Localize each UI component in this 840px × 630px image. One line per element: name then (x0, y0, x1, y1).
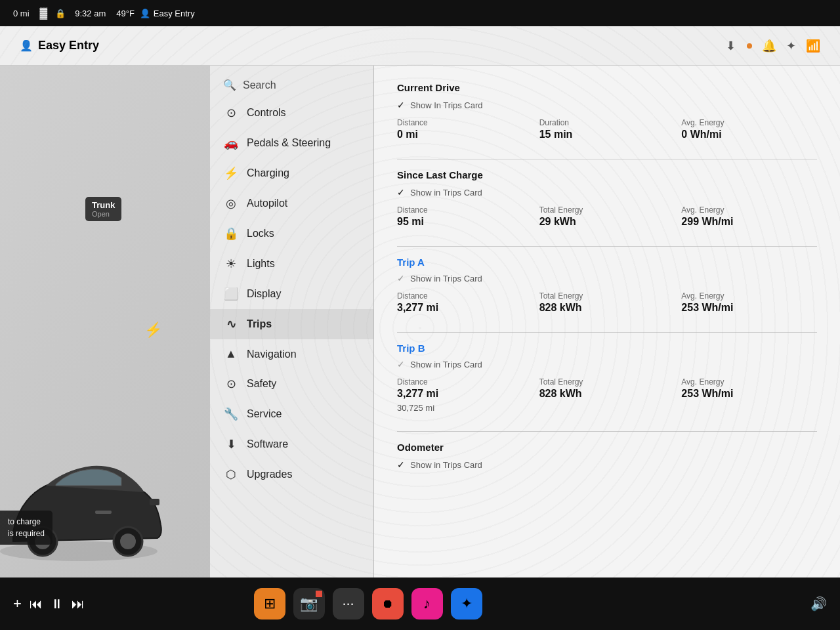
sidebar-item-service[interactable]: 🔧 Service (210, 399, 373, 429)
car-svg (0, 433, 177, 564)
trip-a-show-label: Show in Trips Card (410, 274, 482, 284)
sidebar-item-software[interactable]: ⬇ Software (210, 429, 373, 459)
car-visualization: Trunk Open ⚡ to charge is required (0, 66, 210, 630)
sidebar-item-locks[interactable]: 🔒 Locks (210, 219, 373, 249)
service-label: Service (247, 408, 282, 420)
search-label: Search (243, 79, 276, 91)
download-icon[interactable]: ⬇ (726, 39, 736, 53)
next-track-button[interactable]: ⏭ (72, 597, 85, 612)
divider-1 (397, 159, 817, 159)
trip-b-checkmark: ✓ (397, 359, 405, 369)
prev-track-button[interactable]: ⏮ (30, 597, 43, 612)
app-bluetooth[interactable]: ✦ (451, 588, 482, 620)
odometer-section: Odometer ✓ Show in Trips Card (397, 442, 817, 470)
trip-a-show-trips[interactable]: ✓ Show in Trips Card (397, 273, 817, 284)
since-last-charge-checkmark: ✓ (397, 187, 405, 198)
app-dots-menu[interactable]: ··· (333, 588, 364, 620)
current-drive-avg-energy: Avg. Energy 0 Wh/mi (681, 118, 817, 140)
bluetooth-app-icon: ✦ (461, 595, 472, 612)
current-drive-checkmark: ✓ (397, 100, 405, 110)
sidebar-item-navigation[interactable]: ▲ Navigation (210, 339, 373, 369)
add-button[interactable]: + (13, 595, 22, 612)
trip-b-section: Trip B ✓ Show in Trips Card Distance 3,2… (397, 343, 817, 413)
divider-3 (397, 332, 817, 333)
trunk-label[interactable]: Trunk Open (85, 197, 121, 221)
upgrades-label: Upgrades (247, 469, 292, 480)
trip-b-avg-energy: Avg. Energy 253 Wh/mi (681, 377, 817, 400)
software-icon: ⬇ (223, 437, 239, 452)
since-charge-total-energy: Total Energy 29 kWh (539, 205, 675, 228)
locks-icon: 🔒 (223, 226, 239, 241)
current-drive-duration: Duration 15 min (539, 118, 675, 140)
trip-a-link[interactable]: Trip A (397, 257, 817, 268)
status-temp: 49°F (116, 9, 135, 18)
current-drive-show-trips[interactable]: ✓ Show In Trips Card (397, 100, 817, 110)
search-item[interactable]: 🔍 Search (210, 72, 373, 98)
sidebar-item-lights[interactable]: ☀ Lights (210, 249, 373, 279)
dots-icon: ··· (342, 595, 354, 612)
record-icon: ⏺ (382, 597, 394, 611)
app-record[interactable]: ⏺ (372, 588, 404, 620)
app-dock: ⊞ 📷 ··· ⏺ ♪ ✦ (254, 588, 482, 620)
pause-button[interactable]: ⏸ (51, 597, 64, 612)
navigation-icon: ▲ (223, 347, 239, 361)
header-icons: ⬇ 🔔 ✦ 📶 (726, 39, 820, 53)
safety-icon: ⊙ (223, 377, 239, 391)
current-drive-section: Current Drive ✓ Show In Trips Card Dista… (397, 82, 817, 140)
current-drive-show-label: Show In Trips Card (410, 100, 483, 110)
service-icon: 🔧 (223, 407, 239, 421)
since-charge-avg-energy: Avg. Energy 299 Wh/mi (681, 205, 817, 228)
bottom-taskbar: + ⏮ ⏸ ⏭ ⊞ 📷 ··· ⏺ ♪ ✦ 🔊 (0, 578, 840, 630)
charge-message: to charge is required (0, 511, 52, 545)
since-last-charge-title: Since Last Charge (397, 169, 817, 180)
search-icon: 🔍 (223, 79, 236, 91)
since-last-charge-section: Since Last Charge ✓ Show in Trips Card D… (397, 169, 817, 228)
sidebar-item-autopilot[interactable]: ◎ Autopilot (210, 188, 373, 219)
odometer-show-label: Show in Trips Card (410, 460, 482, 470)
bell-icon[interactable]: 🔔 (762, 39, 776, 53)
svg-rect-6 (150, 499, 159, 505)
header-title-area: 👤 Easy Entry (20, 39, 99, 52)
sidebar-item-safety[interactable]: ⊙ Safety (210, 369, 373, 399)
sidebar-item-trips[interactable]: ∿ Trips (210, 309, 373, 339)
trip-a-stats: Distance 3,277 mi Total Energy 828 kWh A… (397, 291, 817, 314)
upgrades-icon: ⬡ (223, 467, 239, 482)
charging-label: Charging (247, 167, 289, 179)
app-music[interactable]: ♪ (411, 588, 443, 620)
trip-a-total-energy: Total Energy 828 kWh (539, 291, 675, 314)
app-grid[interactable]: ⊞ (254, 588, 285, 620)
current-drive-title: Current Drive (397, 82, 817, 93)
current-drive-stats: Distance 0 mi Duration 15 min Avg. Energ… (397, 118, 817, 140)
navigation-label: Navigation (247, 348, 297, 360)
signal-icon: 📶 (806, 39, 820, 53)
app-camera[interactable]: 📷 (293, 588, 325, 620)
sidebar-item-display[interactable]: ⬜ Display (210, 279, 373, 309)
trip-b-link[interactable]: Trip B (397, 343, 817, 354)
charging-icon: ⚡ (223, 166, 239, 180)
odometer-show-trips[interactable]: ✓ Show in Trips Card (397, 459, 817, 470)
pedals-icon: 🚗 (223, 136, 239, 150)
sidebar-item-charging[interactable]: ⚡ Charging (210, 158, 373, 188)
sidebar-item-controls[interactable]: ⊙ Controls (210, 98, 373, 128)
trip-b-distance: Distance 3,277 mi (397, 377, 533, 400)
sidebar-item-pedals[interactable]: 🚗 Pedals & Steering (210, 128, 373, 158)
odometer-checkmark: ✓ (397, 459, 405, 470)
autopilot-icon: ◎ (223, 196, 239, 211)
since-last-charge-show-trips[interactable]: ✓ Show in Trips Card (397, 187, 817, 198)
lock-icon: 🔒 (55, 9, 66, 18)
controls-icon: ⊙ (223, 106, 239, 120)
divider-4 (397, 431, 817, 432)
sidebar-item-upgrades[interactable]: ⬡ Upgrades (210, 459, 373, 490)
volume-icon[interactable]: 🔊 (810, 596, 827, 612)
autopilot-label: Autopilot (247, 198, 287, 209)
status-bar: 0 mi ▓ 🔒 9:32 am 49°F 👤 Easy Entry (0, 0, 840, 26)
header-person-icon: 👤 (20, 39, 33, 52)
notification-dot (747, 43, 752, 49)
camera-icon: 📷 (300, 595, 318, 612)
bluetooth-icon[interactable]: ✦ (786, 39, 796, 53)
locks-label: Locks (247, 228, 274, 240)
trip-b-show-label: Show in Trips Card (410, 360, 482, 369)
trips-icon: ∿ (223, 317, 239, 331)
status-time: 9:32 am (75, 9, 106, 18)
trip-b-show-trips[interactable]: ✓ Show in Trips Card (397, 359, 817, 369)
